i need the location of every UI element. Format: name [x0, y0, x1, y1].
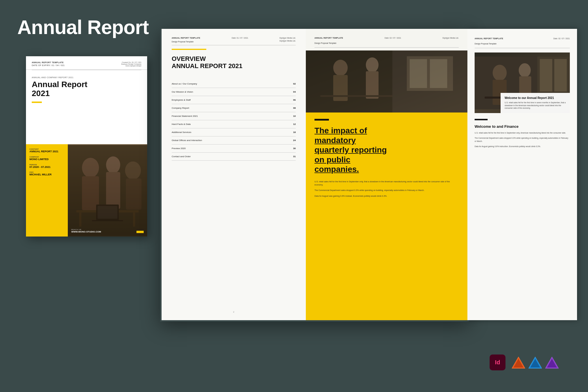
svg-rect-4 [106, 172, 120, 209]
svg-rect-18 [366, 71, 379, 99]
spread-company2: Eqotype Media Ltd. [280, 40, 296, 43]
svg-rect-32 [540, 59, 552, 92]
svg-rect-23 [430, 59, 447, 88]
toc-item-4: Company Report 08 [172, 104, 296, 112]
spread-right-header: Annual Report Template Date: 02 / 07 / 2… [306, 29, 467, 48]
company-info: Company Mono Limited [29, 156, 64, 161]
toc-item-7: Additional Services 18 [172, 128, 296, 136]
svg-rect-12 [92, 220, 123, 221]
expiry-label: Date Of Expiry: 01 / 04 / 021 [32, 64, 65, 66]
third-body-2: The Commercial Department sales dropped … [475, 137, 570, 143]
svg-point-26 [493, 65, 507, 81]
third-header: Annual Report Template Date: 02 / 07 / 2… [467, 29, 577, 113]
svg-rect-8 [79, 213, 81, 227]
svg-point-17 [366, 57, 379, 72]
svg-rect-11 [98, 206, 117, 219]
website-label: www.eqotype.design [121, 65, 141, 67]
affinity-photo-icon [545, 355, 559, 370]
spread-left-header: Annual Report Template Date: 01 / 07 / 2… [162, 29, 306, 70]
indesign-icon: Id [490, 355, 505, 370]
right-company: Eqotype Media Ltd. [443, 37, 459, 39]
spread-date: Date: 01 / 07 / 2021 [232, 37, 248, 39]
toc-item-2: Our Mission & Vision 04 [172, 88, 296, 96]
welcome-overlay-text: U.S. retail sales fell for the first tim… [505, 101, 566, 110]
booklet-content: Annual and Company Report 2021 Annual Re… [26, 70, 147, 103]
svg-point-5 [125, 162, 141, 180]
toc-item-6: Hard Facts & Data 12 [172, 120, 296, 128]
body-text-3: Data for August was gaining 0.6% instead… [314, 194, 459, 198]
spread-template-label: Annual Report Template [172, 37, 200, 39]
third-photo: Welcome to our Annual Report 2021 U.S. r… [475, 52, 570, 113]
third-divider [475, 48, 570, 48]
right-date: Date: 02 / 07 / 2021 [385, 37, 401, 39]
welcome-overlay-title: Welcome to our Annual Report 2021 [505, 96, 566, 100]
right-template-label: Annual Report Template [314, 37, 343, 39]
toc-item-9: Preview 2020 30 [172, 145, 296, 153]
svg-point-3 [106, 156, 120, 173]
yellow-bottom-bar [136, 231, 144, 233]
affinity-icons [511, 355, 559, 370]
yellow-accent [32, 102, 42, 103]
yellow-accent-bar [172, 49, 206, 50]
reach-url: www.mono-studio.com [71, 230, 101, 233]
third-template-label: Annual Report Template [475, 37, 503, 40]
annual-sub-label: Annual and Company Report 2021 [32, 76, 141, 78]
toc-item-3: Employees & Staff 06 [172, 96, 296, 104]
svg-point-1 [82, 158, 99, 178]
booklet-cover: Annual Report Template Date Of Expiry: 0… [26, 56, 147, 237]
spread-company: Eqotype Media Ltd. [280, 37, 296, 39]
app-icons-section: Id [490, 355, 559, 370]
third-welcome-big: Welcome to and Finance [475, 124, 570, 129]
third-design-label: Design Proposal Template [475, 43, 497, 45]
svg-point-15 [333, 60, 348, 76]
third-panel: Annual Report Template Date: 02 / 07 / 2… [467, 29, 577, 320]
third-bottom: Welcome to and Finance U.S. retail sales… [467, 113, 577, 156]
third-date: Date: 02 / 07 / 2021 [553, 37, 570, 40]
svg-rect-33 [554, 59, 567, 92]
svg-rect-6 [126, 179, 141, 210]
third-black-bar [475, 119, 488, 120]
third-body-3: Data for August gaining 0.6% instruction… [475, 145, 570, 148]
booklet-bottom: Content Annual Report 2021 Company Mono … [26, 144, 147, 237]
svg-rect-22 [410, 59, 427, 88]
body-text-1: U.S. retail sales fell for the first tim… [314, 180, 459, 186]
right-header-divider [314, 47, 459, 48]
svg-rect-14 [306, 50, 392, 112]
toc-item-1: About us / Our Company 02 [172, 80, 296, 88]
booklet-main-title: Annual Report 2021 [32, 80, 141, 98]
right-yellow-section: The impact of mandatory quarterly report… [306, 112, 467, 320]
page-title: Annual Report [17, 16, 149, 38]
template-label: Annual Report Template [32, 61, 65, 63]
toc-item-8: Global Offices and Interaction 24 [172, 136, 296, 145]
impact-title: The impact of mandatory quarterly report… [314, 126, 389, 174]
svg-rect-16 [333, 75, 348, 101]
affinity-designer-icon [528, 355, 542, 370]
overview-title: OVERVIEW ANNUAL REPORT 2021 [172, 55, 296, 70]
welcome-overlay-box: Welcome to our Annual Report 2021 U.S. r… [501, 93, 570, 113]
ceo-info: CEO Michael Miller [29, 171, 64, 176]
svg-point-28 [519, 63, 531, 77]
affinity-publisher-icon [511, 355, 526, 370]
right-design-label: Design Proposal Template [314, 42, 336, 44]
right-photo [306, 50, 467, 112]
content-info: Content Annual Report 2021 [29, 148, 64, 153]
period-info: Period 07.2020 - 07.2021 [29, 164, 64, 169]
table-of-contents: About us / Our Company 02 Our Mission & … [162, 80, 306, 161]
reach-us-section: Reach Us www.mono-studio.com [71, 229, 101, 233]
spread-left-page: Annual Report Template Date: 01 / 07 / 2… [162, 29, 306, 320]
toc-item-10: Contact and Order 31 [172, 153, 296, 161]
body-text-2: The Commercial Department sales dropped … [314, 189, 459, 192]
header-divider [172, 45, 296, 45]
page-number: 2 [233, 311, 234, 313]
info-panel: Content Annual Report 2021 Company Mono … [26, 144, 68, 237]
office-photo-svg [306, 50, 467, 112]
svg-rect-9 [133, 213, 135, 227]
spread-right-page: Annual Report Template Date: 02 / 07 / 2… [306, 29, 467, 320]
booklet-header: Annual Report Template Date Of Expiry: 0… [26, 56, 147, 70]
booklet-photo: Reach Us www.mono-studio.com [68, 144, 147, 237]
toc-item-5: Financial Statement 2021 10 [172, 112, 296, 120]
third-body-1: U.S. retail sales fell for the first tim… [475, 132, 570, 134]
black-accent-bar [314, 119, 329, 121]
spread-design-label: Design Proposal Template [172, 41, 194, 43]
people-svg [68, 144, 147, 237]
